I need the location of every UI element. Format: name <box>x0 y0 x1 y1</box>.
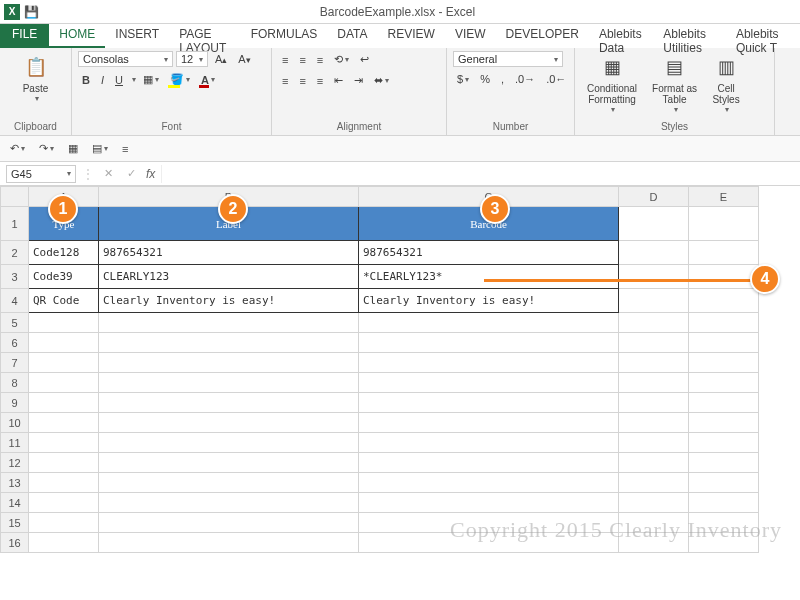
cell[interactable] <box>99 413 359 433</box>
qat-save-icon[interactable]: 💾 <box>24 5 39 19</box>
cell[interactable] <box>29 313 99 333</box>
tab-formulas[interactable]: FORMULAS <box>241 24 328 48</box>
accounting-format-icon[interactable]: $▾ <box>453 71 473 87</box>
tab-ablebits-utilities[interactable]: Ablebits Utilities <box>653 24 726 48</box>
tab-review[interactable]: REVIEW <box>378 24 445 48</box>
cell[interactable] <box>359 433 619 453</box>
cell[interactable] <box>99 473 359 493</box>
row-header[interactable]: 1 <box>1 207 29 241</box>
cell-barcode[interactable]: 987654321 <box>359 241 619 265</box>
cell[interactable] <box>689 413 759 433</box>
align-right-icon[interactable]: ≡ <box>313 73 327 89</box>
cell[interactable] <box>99 533 359 553</box>
cell-label[interactable]: CLEARLY123 <box>99 265 359 289</box>
cell[interactable] <box>619 313 689 333</box>
tab-data[interactable]: DATA <box>327 24 377 48</box>
cell[interactable] <box>29 493 99 513</box>
cell[interactable] <box>29 353 99 373</box>
cell[interactable] <box>99 453 359 473</box>
percent-format-icon[interactable]: % <box>476 71 494 87</box>
redo-icon[interactable]: ↷▾ <box>35 140 58 157</box>
decrease-indent-icon[interactable]: ⇤ <box>330 72 347 89</box>
cell[interactable] <box>619 241 689 265</box>
align-center-icon[interactable]: ≡ <box>295 73 309 89</box>
cell[interactable] <box>689 289 759 313</box>
conditional-formatting-button[interactable]: ▦ Conditional Formatting▾ <box>581 51 643 116</box>
font-color-button[interactable]: A▾ <box>197 72 219 88</box>
fill-color-button[interactable]: 🪣▾ <box>166 71 194 88</box>
cell-type[interactable]: Code39 <box>29 265 99 289</box>
cell[interactable] <box>619 289 689 313</box>
bold-button[interactable]: B <box>78 72 94 88</box>
cell[interactable] <box>99 313 359 333</box>
cell[interactable] <box>619 333 689 353</box>
cell[interactable] <box>359 493 619 513</box>
row-header[interactable]: 6 <box>1 333 29 353</box>
cell[interactable] <box>359 373 619 393</box>
cell[interactable] <box>29 453 99 473</box>
cell[interactable] <box>29 413 99 433</box>
orientation-icon[interactable]: ⟲▾ <box>330 51 353 68</box>
tab-file[interactable]: FILE <box>0 24 49 48</box>
cell[interactable] <box>359 413 619 433</box>
spreadsheet-grid[interactable]: A B C D E 1 Type Label Barcode 2 Code128… <box>0 186 759 553</box>
formula-input[interactable] <box>161 165 794 183</box>
row-header[interactable]: 11 <box>1 433 29 453</box>
tab-ablebits-data[interactable]: Ablebits Data <box>589 24 653 48</box>
decrease-font-icon[interactable]: A▾ <box>234 51 254 67</box>
cell[interactable] <box>99 493 359 513</box>
cell[interactable] <box>359 393 619 413</box>
font-size-select[interactable]: 12▾ <box>176 51 208 67</box>
cell[interactable] <box>99 433 359 453</box>
row-header[interactable]: 16 <box>1 533 29 553</box>
paste-button[interactable]: 📋 Paste▾ <box>6 51 65 105</box>
cancel-formula-icon[interactable]: ✕ <box>100 165 117 182</box>
cell[interactable] <box>29 513 99 533</box>
qat-item-icon[interactable]: ▤▾ <box>88 140 112 157</box>
row-header[interactable]: 8 <box>1 373 29 393</box>
border-button[interactable]: ▦▾ <box>139 71 163 88</box>
cell[interactable] <box>689 313 759 333</box>
cell-barcode[interactable]: Clearly Inventory is easy! <box>359 289 619 313</box>
fx-icon[interactable]: fx <box>146 167 155 181</box>
cell[interactable] <box>29 393 99 413</box>
align-middle-icon[interactable]: ≡ <box>295 52 309 68</box>
row-header[interactable]: 2 <box>1 241 29 265</box>
cell[interactable] <box>99 513 359 533</box>
cell[interactable] <box>619 433 689 453</box>
cell[interactable] <box>689 353 759 373</box>
row-header[interactable]: 3 <box>1 265 29 289</box>
row-header[interactable]: 14 <box>1 493 29 513</box>
row-header[interactable]: 9 <box>1 393 29 413</box>
cell-type[interactable]: QR Code <box>29 289 99 313</box>
cell-type[interactable]: Code128 <box>29 241 99 265</box>
format-as-table-button[interactable]: ▤ Format as Table▾ <box>646 51 703 116</box>
tab-page-layout[interactable]: PAGE LAYOUT <box>169 24 241 48</box>
increase-indent-icon[interactable]: ⇥ <box>350 72 367 89</box>
cell[interactable] <box>99 353 359 373</box>
cell[interactable] <box>29 373 99 393</box>
cell[interactable] <box>99 333 359 353</box>
qat-item-icon[interactable]: ▦ <box>64 140 82 157</box>
cell[interactable] <box>689 453 759 473</box>
row-header[interactable]: 13 <box>1 473 29 493</box>
row-header[interactable]: 15 <box>1 513 29 533</box>
cell[interactable] <box>29 433 99 453</box>
cell[interactable] <box>619 207 689 241</box>
cell[interactable] <box>689 493 759 513</box>
cell[interactable] <box>29 333 99 353</box>
col-header-e[interactable]: E <box>689 187 759 207</box>
align-top-icon[interactable]: ≡ <box>278 52 292 68</box>
cell[interactable] <box>359 333 619 353</box>
cell[interactable] <box>619 413 689 433</box>
merge-center-icon[interactable]: ⬌▾ <box>370 72 393 89</box>
cell-label[interactable]: Clearly Inventory is easy! <box>99 289 359 313</box>
row-header[interactable]: 10 <box>1 413 29 433</box>
row-header[interactable]: 7 <box>1 353 29 373</box>
cell[interactable] <box>619 265 689 289</box>
increase-font-icon[interactable]: A▴ <box>211 51 231 67</box>
row-header[interactable]: 5 <box>1 313 29 333</box>
cell[interactable] <box>619 393 689 413</box>
cell[interactable] <box>689 265 759 289</box>
cell[interactable] <box>359 313 619 333</box>
